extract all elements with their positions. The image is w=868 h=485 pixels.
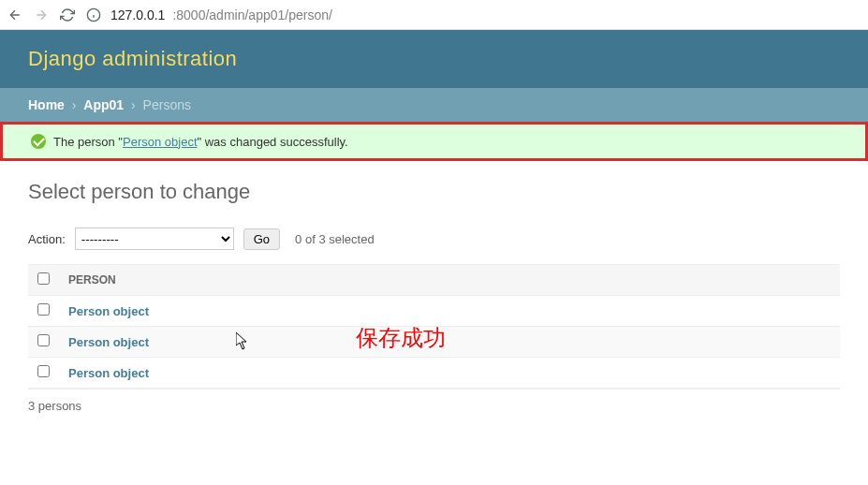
content-area: Select person to change Action: --------…: [0, 161, 868, 441]
action-label: Action:: [28, 232, 66, 246]
row-object-link[interactable]: Person object: [68, 366, 149, 380]
breadcrumb-current: Persons: [143, 97, 191, 112]
forward-button[interactable]: [32, 6, 51, 24]
page-title: Select person to change: [28, 180, 840, 204]
actions-row: Action: --------- Go 0 of 3 selected: [28, 228, 840, 250]
success-text: The person "Person object" was changed s…: [53, 135, 348, 149]
breadcrumb-sep: ›: [68, 97, 81, 112]
url-port-path: :8000/admin/app01/person/: [172, 7, 331, 22]
result-count: 3 persons: [28, 389, 840, 422]
row-link-cell: Person object: [59, 358, 840, 389]
column-header[interactable]: PERSON: [59, 265, 840, 296]
table-row: Person object: [28, 358, 840, 389]
row-checkbox-cell: [28, 296, 59, 327]
breadcrumb: Home › App01 › Persons: [0, 88, 868, 122]
selected-count: 0 of 3 selected: [295, 232, 375, 246]
row-checkbox-cell: [28, 358, 59, 389]
changelist-table: PERSON Person objectPerson objectPerson …: [28, 264, 840, 389]
success-object-link[interactable]: Person object: [123, 135, 198, 149]
success-message: The person "Person object" was changed s…: [3, 125, 865, 158]
row-object-link[interactable]: Person object: [68, 335, 149, 349]
action-select[interactable]: ---------: [75, 228, 234, 250]
select-all-header: [28, 265, 59, 296]
go-button[interactable]: Go: [243, 228, 280, 250]
row-link-cell: Person object: [59, 327, 840, 358]
table-row: Person object: [28, 327, 840, 358]
row-checkbox-cell: [28, 327, 59, 358]
site-title[interactable]: Django administration: [28, 47, 840, 71]
row-checkbox[interactable]: [37, 334, 50, 346]
url-host: 127.0.0.1: [110, 7, 165, 22]
row-checkbox[interactable]: [37, 365, 50, 377]
success-check-icon: [31, 134, 46, 149]
browser-toolbar: 127.0.0.1:8000/admin/app01/person/: [0, 0, 868, 30]
site-header: Django administration: [0, 30, 868, 88]
row-link-cell: Person object: [59, 296, 840, 327]
breadcrumb-app[interactable]: App01: [83, 97, 124, 112]
success-highlight: The person "Person object" was changed s…: [0, 122, 868, 161]
info-icon[interactable]: [84, 6, 103, 24]
breadcrumb-home[interactable]: Home: [28, 97, 65, 112]
back-button[interactable]: [6, 6, 24, 24]
select-all-checkbox[interactable]: [37, 272, 50, 285]
address-bar[interactable]: 127.0.0.1:8000/admin/app01/person/: [110, 7, 862, 22]
row-checkbox[interactable]: [37, 303, 50, 316]
row-object-link[interactable]: Person object: [68, 304, 149, 318]
table-row: Person object: [28, 296, 840, 327]
reload-button[interactable]: [58, 6, 77, 24]
breadcrumb-sep: ›: [127, 97, 140, 112]
